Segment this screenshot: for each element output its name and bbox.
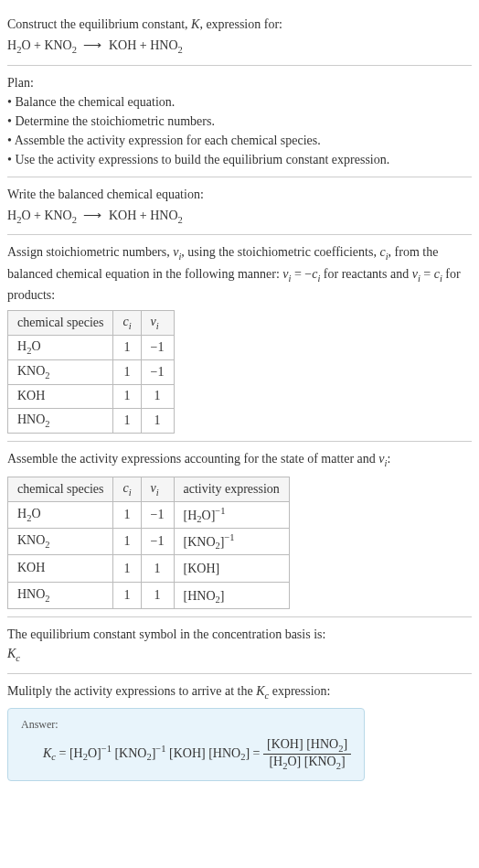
intro-equation: H2O + KNO2 ⟶ KOH + HNO2 bbox=[7, 36, 472, 58]
sp-a: H bbox=[17, 507, 27, 520]
table-row: H2O 1 −1 [H2O]−1 bbox=[8, 501, 290, 528]
th-nu-sub: i bbox=[156, 488, 159, 498]
n1: [KOH] [HNO bbox=[267, 737, 338, 751]
answer-box: Answer: Kc = [H2O]−1 [KNO2]−1 [KOH] [HNO… bbox=[7, 708, 365, 781]
th-species: chemical species bbox=[8, 477, 113, 501]
eq-lhs2: O + KNO bbox=[21, 38, 71, 52]
cell-species: HNO2 bbox=[8, 409, 113, 434]
eq-sub2: 2 bbox=[72, 45, 77, 55]
ans-K: K bbox=[43, 746, 51, 760]
mult-t2: expression: bbox=[269, 684, 330, 698]
a-t4a: [HNO bbox=[208, 746, 240, 760]
table-row: KNO2 1 −1 [KNO2]−1 bbox=[8, 528, 290, 554]
eq-h: H bbox=[7, 38, 16, 52]
balanced-equation: H2O + KNO2 ⟶ KOH + HNO2 bbox=[7, 206, 472, 228]
cell-nu: 1 bbox=[141, 582, 174, 608]
st-t1: Assign stoichiometric numbers, bbox=[7, 245, 173, 259]
intro-section: Construct the equilibrium constant, K, e… bbox=[7, 7, 472, 66]
fraction: [KOH] [HNO2][H2O] [KNO2] bbox=[263, 737, 351, 771]
sp-a: KOH bbox=[17, 561, 45, 574]
plan-title: Plan: bbox=[7, 73, 472, 92]
cell-c: 1 bbox=[113, 528, 141, 554]
cell-c: 1 bbox=[113, 582, 141, 608]
cell-c: 1 bbox=[113, 384, 141, 409]
th-c-sub: i bbox=[129, 321, 132, 331]
plan-b3: • Assemble the activity expression for e… bbox=[7, 131, 472, 150]
a-t1sup: −1 bbox=[101, 744, 112, 754]
cell-c: 1 bbox=[113, 335, 141, 359]
cell-nu: −1 bbox=[141, 335, 174, 359]
plan-b2: • Determine the stoichiometric numbers. bbox=[7, 112, 472, 131]
mult-text: Mulitply the activity expressions to arr… bbox=[7, 681, 472, 703]
activity-section: Assemble the activity expressions accoun… bbox=[7, 442, 472, 617]
a-t1a: [H bbox=[69, 746, 83, 760]
denominator: [H2O] [KNO2] bbox=[263, 755, 351, 771]
a-t2a: [KNO bbox=[114, 746, 146, 760]
plan-b1: • Balance the chemical equation. bbox=[7, 92, 472, 112]
sp-a: KNO bbox=[17, 533, 45, 547]
cell-nu: −1 bbox=[141, 501, 174, 528]
plan-b4: • Use the activity expressions to build … bbox=[7, 150, 472, 169]
cell-species: H2O bbox=[8, 335, 113, 359]
d2a: [KNO bbox=[301, 755, 336, 768]
numerator: [KOH] [HNO2] bbox=[263, 737, 351, 755]
stoich-text: Assign stoichiometric numbers, νi, using… bbox=[7, 242, 472, 305]
bal-sub2: 2 bbox=[72, 214, 77, 224]
cell-species: H2O bbox=[8, 501, 113, 528]
intro-line1b: , expression for: bbox=[199, 17, 282, 31]
th-species: chemical species bbox=[8, 311, 113, 336]
th-nu-sub: i bbox=[156, 321, 159, 331]
intro-K: K bbox=[191, 17, 199, 31]
e-a: [KOH] bbox=[184, 562, 220, 575]
bal-h: H bbox=[7, 209, 16, 222]
intro-text: Construct the equilibrium constant, K, e… bbox=[7, 15, 472, 34]
cell-species: KOH bbox=[8, 555, 113, 582]
th-expr: activity expression bbox=[174, 477, 289, 501]
sp-a: HNO bbox=[17, 587, 45, 601]
cell-nu: −1 bbox=[141, 528, 174, 554]
a-eq2: = bbox=[250, 746, 263, 760]
sym-sub: c bbox=[16, 653, 20, 663]
e-a: [KNO bbox=[184, 535, 216, 549]
th-nu: νi bbox=[141, 311, 174, 336]
e-b: O] bbox=[202, 508, 216, 521]
a-t1b: O] bbox=[88, 746, 101, 760]
answer-label: Answer: bbox=[21, 718, 351, 732]
table-row: KOH 1 1 bbox=[8, 384, 175, 409]
table-header-row: chemical species ci νi bbox=[8, 311, 175, 336]
stoich-table: chemical species ci νi H2O 1 −1 KNO2 1 −… bbox=[7, 310, 175, 434]
cell-c: 1 bbox=[113, 555, 141, 582]
ans-eq: = bbox=[56, 746, 69, 760]
d1b: O] bbox=[287, 755, 301, 768]
sym-K: K bbox=[7, 647, 16, 660]
sp-sub: 2 bbox=[45, 370, 49, 380]
cell-species: KNO2 bbox=[8, 359, 113, 384]
activity-title: Assemble the activity expressions accoun… bbox=[7, 449, 472, 471]
bal-arrow-icon: ⟶ bbox=[80, 209, 105, 222]
cell-expr: [KOH] bbox=[174, 555, 289, 582]
mult-t1: Mulitply the activity expressions to arr… bbox=[7, 684, 256, 698]
sp-sub: 2 bbox=[45, 540, 49, 550]
e-a: [HNO bbox=[184, 589, 216, 603]
cell-expr: [H2O]−1 bbox=[174, 501, 289, 528]
a-t2sup: −1 bbox=[155, 744, 165, 754]
cell-c: 1 bbox=[113, 409, 141, 434]
cell-nu: −1 bbox=[141, 359, 174, 384]
e-a: [H bbox=[184, 508, 197, 521]
eq-rhs1: KOH + HNO bbox=[109, 38, 178, 52]
bal-sub3: 2 bbox=[178, 214, 183, 224]
e-sup: −1 bbox=[215, 506, 225, 516]
sp-a: H bbox=[17, 339, 27, 353]
cell-nu: 1 bbox=[141, 384, 174, 409]
th-nu: νi bbox=[141, 477, 174, 501]
cell-species: KOH bbox=[8, 384, 113, 409]
sp-sub: 2 bbox=[45, 594, 49, 604]
cell-species: HNO2 bbox=[8, 582, 113, 608]
cell-species: KNO2 bbox=[8, 528, 113, 554]
cell-c: 1 bbox=[113, 501, 141, 528]
table-row: HNO2 1 1 bbox=[8, 409, 175, 434]
n2: ] bbox=[343, 737, 347, 751]
sp-a: KNO bbox=[17, 364, 45, 378]
plan-section: Plan: • Balance the chemical equation. •… bbox=[7, 66, 472, 177]
cell-nu: 1 bbox=[141, 555, 174, 582]
